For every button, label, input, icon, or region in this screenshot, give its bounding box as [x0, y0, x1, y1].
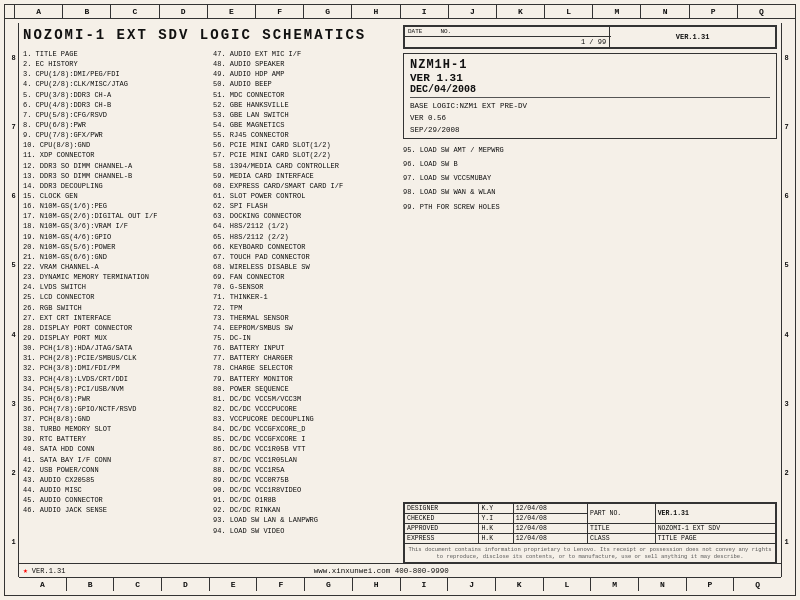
toc-item: 21. N10M-GS(6/6):GND	[23, 252, 205, 262]
col-bot-e: E	[210, 578, 258, 591]
toc-item: 11. XDP CONNECTOR	[23, 150, 205, 160]
toc-item: 42. USB POWER/CONN	[23, 465, 205, 475]
toc-item: 9. CPU(7/8):GFX/PWR	[23, 130, 205, 140]
col-bot-p: P	[687, 578, 735, 591]
toc-item: 43. AUDIO CX20585	[23, 475, 205, 485]
version-label: VER.1.31	[610, 27, 776, 48]
toc-item: 79. BATTERY MONITOR	[213, 374, 395, 384]
checked-label: CHECKED	[405, 514, 479, 524]
col-a: A	[15, 5, 63, 18]
toc-item: 66. KEYBOARD CONNECTOR	[213, 242, 395, 252]
col-c: C	[111, 5, 159, 18]
toc-item: 10. CPU(8/8):GND	[23, 140, 205, 150]
toc-item: 26. RGB SWITCH	[23, 303, 205, 313]
toc-item: 14. DDR3 DECOUPLING	[23, 181, 205, 191]
row-right-7: 7	[784, 123, 788, 131]
toc-item: 88. DC/DC VCC1R5A	[213, 465, 395, 475]
toc-item: 59. MEDIA CARD INTERFACE	[213, 171, 395, 181]
approved-label: APPROVED	[405, 524, 479, 534]
toc-item: 55. RJ45 CONNECTOR	[213, 130, 395, 140]
toc-item: 6. CPU(4/8):DDR3 CH-B	[23, 100, 205, 110]
toc-item: 87. DC/DC VCC1R05LAN	[213, 455, 395, 465]
right-section: DATE NO. VER.1.31 1 / 99 NZM1H-1 VER 1.3…	[399, 23, 781, 577]
col-bot-f: F	[257, 578, 305, 591]
col-bot-g: G	[305, 578, 353, 591]
row-1: 1	[11, 538, 15, 546]
row-right-1: 1	[784, 538, 788, 546]
toc-item: 50. AUDIO BEEP	[213, 79, 395, 89]
col-bot-m: M	[591, 578, 639, 591]
col-d: D	[160, 5, 208, 18]
toc-item: 34. PCH(5/8):PCI/USB/NVM	[23, 384, 205, 394]
title-label: TITLE	[588, 524, 656, 534]
page-num: 1 / 99	[405, 37, 610, 48]
toc-item: 40. SATA HDD CONN	[23, 444, 205, 454]
toc-item: 82. DC/DC VCCCPUCORE	[213, 404, 395, 414]
col-bot-l: L	[544, 578, 592, 591]
toc-item: 3. CPU(1/8):DMI/PEG/FDI	[23, 69, 205, 79]
row-markers-right: 8 7 6 5 4 3 2 1	[781, 23, 791, 577]
title-block-top: DATE NO. VER.1.31 1 / 99	[403, 25, 777, 49]
col-g: G	[304, 5, 352, 18]
toc-item: 70. G-SENSOR	[213, 282, 395, 292]
toc-item: 93. LOAD SW LAN & LANPWRG	[213, 515, 395, 525]
col-p: P	[690, 5, 738, 18]
toc-item: 25. LCD CONNECTOR	[23, 292, 205, 302]
toc-item: 74. EEPROM/SMBUS SW	[213, 323, 395, 333]
row-right-3: 3	[784, 400, 788, 408]
toc-item: 31. PCH(2/8):PCIE/SMBUS/CLK	[23, 353, 205, 363]
row-right-6: 6	[784, 192, 788, 200]
toc-item: 23. DYNAMIC MEMORY TERMINATION	[23, 272, 205, 282]
toc-item: 20. N10M-GS(5/6):POWER	[23, 242, 205, 252]
logo-icon: ★	[23, 566, 28, 575]
class-text: TITLE PAGE	[655, 534, 775, 544]
toc-extra-item: 98. LOAD SW WAN & WLAN	[403, 187, 777, 197]
toc-item: 51. MDC CONNECTOR	[213, 90, 395, 100]
main-content: NOZOMI-1 EXT SDV LOGIC SCHEMATICS 1. TIT…	[19, 23, 781, 577]
footer-ver: VER.1.31	[32, 567, 66, 575]
toc-item: 35. PCH(6/8):PWR	[23, 394, 205, 404]
toc-item: 69. FAN CONNECTOR	[213, 272, 395, 282]
toc-item: 61. SLOT POWER CONTROL	[213, 191, 395, 201]
toc-item: 94. LOAD SW VIDEO	[213, 526, 395, 536]
column-headers-bottom: A B C D E F G H I J K L M N P Q	[19, 577, 781, 591]
toc-item: 80. POWER SEQUENCE	[213, 384, 395, 394]
toc-item: 47. AUDIO EXT MIC I/F	[213, 49, 395, 59]
col-f: F	[256, 5, 304, 18]
checked-name: Y.I	[479, 514, 513, 524]
row-5: 5	[11, 261, 15, 269]
toc-extra-item: 99. PTH FOR SCREW HOLES	[403, 202, 777, 212]
toc-col-right: 47. AUDIO EXT MIC I/F48. AUDIO SPEAKER49…	[213, 49, 395, 536]
toc-item: 8. CPU(6/8):PWR	[23, 120, 205, 130]
designer-date: 12/04/08	[513, 504, 587, 514]
toc-col-left: 1. TITLE PAGE2. EC HISTORY3. CPU(1/8):DM…	[23, 49, 205, 536]
designer-label: DESIGNER	[405, 504, 479, 514]
col-h: H	[352, 5, 400, 18]
express-date: 12/04/08	[513, 534, 587, 544]
row-2: 2	[11, 469, 15, 477]
nzm-ver2: VER 0.56	[410, 114, 770, 122]
toc-item: 27. EXT CRT INTERFACE	[23, 313, 205, 323]
page-title: NOZOMI-1 EXT SDV LOGIC SCHEMATICS	[23, 27, 395, 43]
toc-item: 81. DC/DC VCC5M/VCC3M	[213, 394, 395, 404]
checked-date: 12/04/08	[513, 514, 587, 524]
toc-item: 60. EXPRESS CARD/SMART CARD I/F	[213, 181, 395, 191]
col-n: N	[641, 5, 689, 18]
toc-item: 41. SATA BAY I/F CONN	[23, 455, 205, 465]
approved-date: 12/04/08	[513, 524, 587, 534]
col-bot-b: B	[67, 578, 115, 591]
toc-item: 36. PCH(7/8):GPIO/NCTF/RSVD	[23, 404, 205, 414]
toc-item: 91. DC/DC O1R8B	[213, 495, 395, 505]
toc-item: 77. BATTERY CHARGER	[213, 353, 395, 363]
toc-item: 89. DC/DC VCC0R75B	[213, 475, 395, 485]
row-7: 7	[11, 123, 15, 131]
toc-item: 16. N10M-GS(1/6):PEG	[23, 201, 205, 211]
nzm-date: DEC/04/2008	[410, 84, 770, 95]
toc-item: 22. VRAM CHANNEL-A	[23, 262, 205, 272]
toc-item: 92. DC/DC RINKAN	[213, 505, 395, 515]
toc-item: 1. TITLE PAGE	[23, 49, 205, 59]
outer-border: A B C D E F G H I J K L M N P Q 8 7 6 5 …	[4, 4, 796, 596]
confidential-text: This document contains information propr…	[405, 544, 776, 563]
toc-item: 17. N10M-GS(2/6):DIGITAL OUT I/F	[23, 211, 205, 221]
toc-item: 72. TPM	[213, 303, 395, 313]
